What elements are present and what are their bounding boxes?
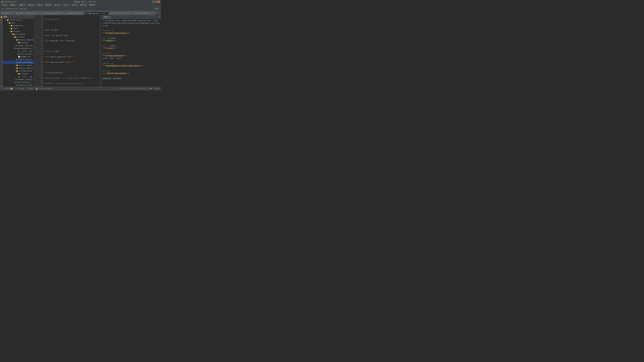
arrow-dataassess: ▶ (8, 25, 10, 26)
tree-label-assess-data-extract: assess_data_extract.py (18, 44, 34, 46)
tab-sag-and-assess-close[interactable]: × (62, 12, 64, 14)
toolbar-sep1 (4, 7, 5, 10)
folder-icon-configuration: 📂 (16, 70, 18, 72)
menu-item-vcss[interactable]: VCS(S) (71, 3, 79, 6)
bottom-tab-problems[interactable]: ⚠ 6 问题 (14, 87, 25, 90)
toolbar-icon-gear[interactable]: ⚙ (159, 8, 160, 10)
tab-report-generate[interactable]: py report_generate.py × (15, 11, 40, 15)
tree-item-common-configure[interactable]: ▶ py common_configure.py (3, 78, 34, 81)
line-num: 14 (38, 50, 42, 53)
code-editor[interactable]: # coding:utf-8 #系统：导入模块 import re, pprin… (44, 15, 99, 87)
tree-item-assess-report[interactable]: ▶ 📁 assess_report (3, 64, 34, 67)
tab-sagfile-title[interactable]: py sagfile_title.py × (109, 11, 132, 15)
menu-item-o[interactable]: 代码(O) (36, 3, 44, 6)
tree-item-readme1[interactable]: ▶ 📄 Readme.txt (3, 55, 34, 58)
tab-tool-py[interactable]: py Tool.py ▲2 A17 ●3 × (84, 11, 108, 15)
arrow-assess-require: ▶ (14, 67, 16, 69)
tree-item-questionnaire-data[interactable]: ▶ py questionnaire_data_extra... (3, 47, 34, 50)
toolbar-icon-forward[interactable]: ▶ (3, 8, 4, 10)
tree-item-sag-and-assess[interactable]: ▶ py sag_and_assess.py (3, 61, 34, 64)
menu-item-h[interactable]: 帮助(H) (88, 3, 97, 6)
status-search-icon[interactable]: 🔍 鸟件目录 (150, 88, 160, 90)
tree-item-recovery2[interactable]: ▶ 📁 recovery (3, 72, 34, 75)
menu-item-e[interactable]: 编辑(E) (10, 3, 18, 6)
tree-item-dataassess[interactable]: ▶ 📁 dataAssess (3, 24, 34, 27)
tree-item-assess-require[interactable]: ▶ 📁 assess_require (3, 67, 34, 69)
tree-item-pythonwork[interactable]: ▼ 📂 Python-work 根 (3, 18, 34, 21)
menu-item-n[interactable]: 导航(N) (27, 3, 36, 6)
file-tree[interactable]: 项目 ▼ 📂 Python-work 根 ▼ 📂 test (3, 15, 34, 87)
code-container[interactable]: ▶ ▶ 1 2 3 4 5 6 7 8 9 10 11 12 13 14 15 … (34, 15, 101, 87)
tab-asset-tool-close[interactable]: × (82, 12, 83, 14)
tab-report-generate-label: report_generate.py (18, 12, 37, 14)
tree-item-report-generate[interactable]: ▶ py report_generate.py (3, 58, 34, 61)
tree-item-init1[interactable]: ▶ py __init__.py (3, 50, 34, 52)
term-blank-4 (103, 50, 160, 52)
icon-project[interactable]: 📁 (0, 16, 3, 18)
code-gutter: ▶ ▶ (34, 15, 37, 87)
tree-item-assess-data-extract[interactable]: ▶ py assess_data_extract.py (3, 44, 34, 47)
tree-item-init2[interactable]: ▶ py __init__.py (3, 75, 34, 78)
icon-terminal-small[interactable]: ⌨ (0, 81, 3, 84)
status-python-version[interactable]: Python 3.8 (140, 88, 150, 89)
status-spaces[interactable]: 4个空格 (134, 88, 140, 90)
bottom-tab-todo[interactable]: ☑ TODO 6 (1, 87, 14, 90)
tree-label-common-configure: common_configure.py (18, 78, 34, 80)
tab-questionnaire-close[interactable]: × (153, 12, 154, 14)
tree-item-sagfile-title[interactable]: ▶ py sagfile_title.py (3, 84, 34, 86)
tree-item-pyprogram[interactable]: ▼ 📂 py-program (3, 33, 34, 35)
panel-tab-tool[interactable]: Tool × (103, 15, 112, 18)
toolbar-icon-structure[interactable]: ⊞ (154, 8, 156, 10)
tab-sag-and-assess[interactable]: py sag_and_assess.py × (40, 11, 65, 15)
tree-item-project[interactable]: ▼ 📂 project (3, 30, 34, 33)
menu-item-r[interactable]: 重构(R) (44, 3, 53, 6)
status-encoding[interactable]: UTF-8 (129, 88, 134, 89)
tab-test-py[interactable]: py test.py × (1, 11, 14, 15)
menu-item-v[interactable]: 视图(V) (18, 3, 27, 6)
menu-item-w[interactable]: 窗口(W) (80, 3, 88, 6)
toolbar-icon-back[interactable]: ◀ (1, 8, 2, 10)
tree-item-configuration[interactable]: ▼ 📂 configuration (3, 69, 34, 72)
terminal-output[interactable]: "C:\Program Files (x86)\Python38-32\pyth… (102, 19, 161, 87)
bottom-tab-python-console[interactable]: 🐍 Python 控制台 (34, 87, 53, 90)
tab-asset-tool[interactable]: py assetTool.py × (65, 11, 84, 15)
icon-git[interactable]: ⎇ (0, 24, 3, 27)
toolbar-icon-search[interactable]: 🔍 (156, 8, 158, 10)
tree-item-pyexcel[interactable]: ▼ 📂 py-excel (3, 35, 34, 38)
icon-star[interactable]: ★ (0, 84, 3, 87)
panel-settings-icon[interactable]: ⚙ (159, 16, 160, 18)
tab-tool-py-close[interactable]: × (106, 12, 107, 14)
tree-item-questionnaire-basic[interactable]: ▶ py questionnaire_basic.py (3, 81, 34, 84)
menu-item-t[interactable]: 工具(T) (62, 3, 70, 6)
tree-item-recovery1[interactable]: ▼ 📂 recovery (3, 41, 34, 44)
run-config-area: Run: Tool ▾ ▶ 🐛 ⬛ ⚙ (156, 11, 161, 15)
tab-sagfile-title-close[interactable]: × (130, 12, 131, 14)
minimize-button[interactable]: ─ (152, 1, 154, 3)
right-panel-header: Tool × ⚙ (102, 15, 161, 19)
bottom-tab-terminal[interactable]: ⌨ 终端 (26, 87, 34, 90)
line-num: 17 (38, 58, 42, 61)
icon-structure[interactable]: ⊞ (0, 21, 3, 24)
tree-item-learn[interactable]: ▶ 📁 learn (3, 27, 34, 30)
close-button[interactable]: × (158, 1, 160, 3)
tab-questionnaire[interactable]: py questionnaire... × (132, 11, 156, 15)
icon-bookmark[interactable]: 🔖 (0, 18, 3, 21)
menu-item-u[interactable]: 运行(U) (53, 3, 62, 6)
project-label: Python-work (4, 1, 16, 3)
problems-label: 6 问题 (18, 88, 24, 90)
menu-item-f[interactable]: 文件(F) (1, 3, 9, 6)
code-line-13: assetDir='./dataCool/asset/allAsset.py' (45, 82, 85, 84)
tab-report-generate-close[interactable]: × (38, 12, 39, 14)
tree-item-test[interactable]: ▼ 📂 test (3, 21, 34, 24)
tree-item-file-action[interactable]: ▶ py file_action.py (3, 52, 34, 55)
code-line-4: import re, pprint, sys (45, 34, 68, 36)
run-label: Run: (156, 12, 161, 14)
run-indicator-17[interactable]: ▶ (34, 46, 36, 48)
mini-map[interactable] (99, 15, 101, 87)
tree-item-assessprogram[interactable]: ▼ 📂 assess_program (3, 38, 34, 41)
status-crlf[interactable]: CRLF (124, 88, 128, 89)
tab-test-py-close[interactable]: × (12, 12, 13, 14)
maximize-button[interactable]: □ (155, 1, 157, 3)
folder-icon-pythonwork: 📂 (6, 19, 9, 21)
status-position[interactable]: 14:29 (119, 88, 124, 89)
